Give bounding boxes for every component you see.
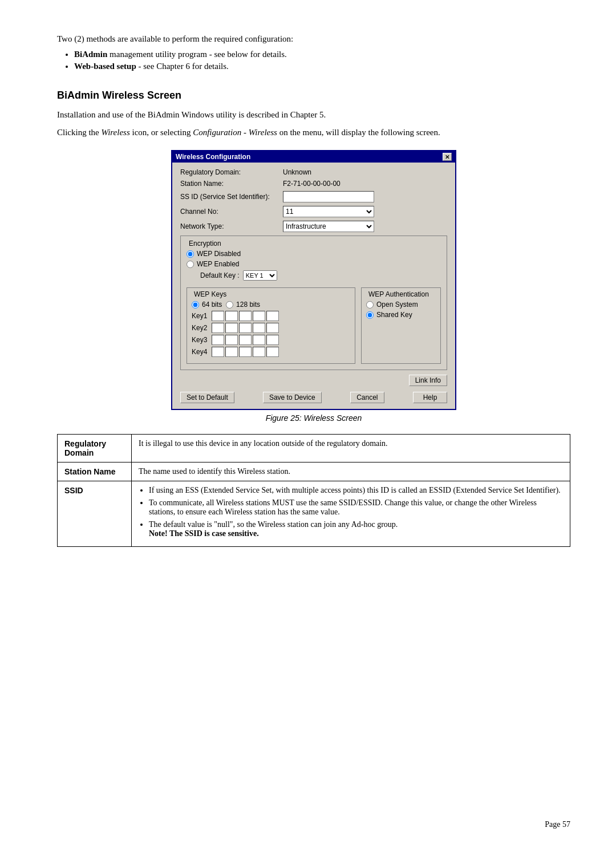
station-content: The name used to identify this Wireless … — [132, 462, 570, 481]
wep-enabled-radio[interactable] — [187, 261, 194, 268]
open-system-row: Open System — [366, 301, 436, 309]
key2-row: Key2 — [192, 323, 350, 333]
regulatory-content: It is illegal to use this device in any … — [132, 435, 570, 462]
ssid-content: If using an ESS (Extended Service Set, w… — [132, 481, 570, 547]
encryption-legend: Encryption — [187, 240, 441, 248]
shared-key-row: Shared Key — [366, 311, 436, 319]
key4-box5[interactable] — [266, 347, 279, 357]
info-table: RegulatoryDomain It is illegal to use th… — [57, 434, 570, 547]
dialog-body: Regulatory Domain: Unknown Station Name:… — [172, 163, 455, 409]
key1-box1[interactable] — [212, 311, 224, 321]
key4-box4[interactable] — [253, 347, 265, 357]
dialog-wrapper: Wireless Configuration ✕ Regulatory Doma… — [57, 150, 570, 410]
bits64-label: 64 bits — [202, 301, 222, 309]
regulatory-domain-label: Regulatory Domain: — [180, 168, 283, 176]
regulatory-domain-row: Regulatory Domain: Unknown — [180, 168, 447, 176]
bits128-radio[interactable] — [226, 301, 233, 309]
network-type-label: Network Type: — [180, 222, 283, 230]
ssid-bullet-1: If using an ESS (Extended Service Set, w… — [149, 486, 563, 495]
wep-disabled-radio[interactable] — [187, 250, 194, 258]
default-key-row: Default Key : KEY 1 — [187, 270, 277, 281]
wep-auth-group: WEP Authentication Open System Shared Ke… — [361, 287, 441, 364]
key2-label: Key2 — [192, 324, 212, 332]
cancel-button[interactable]: Cancel — [350, 392, 384, 403]
set-default-button[interactable]: Set to Default — [180, 392, 234, 403]
key1-box5[interactable] — [266, 311, 279, 321]
ssid-row: SS ID (Service Set Identifier): — [180, 191, 447, 202]
table-row-station: Station Name The name used to identify t… — [58, 462, 570, 481]
table-row-ssid: SSID If using an ESS (Extended Service S… — [58, 481, 570, 547]
section-para2: Clicking the Wireless icon, or selecting… — [57, 126, 570, 139]
station-name-label: Station Name: — [180, 180, 283, 188]
figure-caption: Figure 25: Wireless Screen — [57, 413, 570, 423]
key3-label: Key3 — [192, 336, 212, 344]
bits64-radio[interactable] — [192, 301, 199, 309]
dialog-titlebar: Wireless Configuration ✕ — [172, 151, 455, 163]
key4-row: Key4 — [192, 347, 350, 357]
ssid-bullet-3: The default value is "null", so the Wire… — [149, 520, 563, 538]
shared-key-radio[interactable] — [366, 311, 374, 319]
key4-box1[interactable] — [212, 347, 224, 357]
bits-row: 64 bits 128 bits — [192, 301, 350, 309]
station-name-row: Station Name: F2-71-00-00-00-00 — [180, 180, 447, 188]
regulatory-domain-value: Unknown — [283, 168, 311, 176]
section-heading: BiAdmin Wireless Screen — [57, 90, 570, 102]
key1-box3[interactable] — [239, 311, 252, 321]
key2-box2[interactable] — [225, 323, 238, 333]
key3-row: Key3 — [192, 335, 350, 345]
help-button[interactable]: Help — [413, 392, 447, 403]
open-system-radio[interactable] — [366, 301, 374, 309]
intro-bullet-list: BiAdmin management utility program - see… — [74, 50, 570, 71]
ssid-header: SSID — [58, 481, 132, 547]
link-info-button[interactable]: Link Info — [409, 375, 447, 386]
key3-box2[interactable] — [225, 335, 238, 345]
wep-keys-group: WEP Keys 64 bits 128 bits Key1 — [187, 287, 355, 364]
wep-enabled-row: WEP Enabled — [187, 260, 277, 268]
intro-paragraph: Two (2) methods are available to perform… — [57, 34, 570, 44]
encryption-group: Encryption WEP Disabled WEP Enabled Defa… — [180, 236, 447, 370]
dialog-footer: Set to Default Save to Device Cancel Hel… — [180, 392, 447, 403]
key1-box2[interactable] — [225, 311, 238, 321]
key2-box4[interactable] — [253, 323, 265, 333]
key1-box4[interactable] — [253, 311, 265, 321]
ssid-bullet-2: To communicate, all Wireless stations MU… — [149, 498, 563, 517]
key3-box5[interactable] — [266, 335, 279, 345]
key2-box1[interactable] — [212, 323, 224, 333]
key2-box5[interactable] — [266, 323, 279, 333]
channel-label: Channel No: — [180, 208, 283, 216]
key2-box3[interactable] — [239, 323, 252, 333]
ssid-input[interactable] — [283, 191, 374, 202]
wep-auth-legend: WEP Authentication — [366, 290, 436, 298]
link-info-area: Link Info — [180, 375, 447, 386]
key4-box2[interactable] — [225, 347, 238, 357]
channel-row: Channel No: 11 — [180, 206, 447, 217]
wep-enabled-label: WEP Enabled — [197, 260, 240, 268]
station-header: Station Name — [58, 462, 132, 481]
channel-select[interactable]: 11 — [283, 206, 374, 217]
save-device-button[interactable]: Save to Device — [263, 392, 322, 403]
default-key-label: Default Key : — [200, 271, 240, 279]
key3-box1[interactable] — [212, 335, 224, 345]
wep-bottom-section: WEP Keys 64 bits 128 bits Key1 — [187, 287, 441, 364]
key1-label: Key1 — [192, 312, 212, 320]
default-key-select[interactable]: KEY 1 — [243, 270, 277, 281]
regulatory-header: RegulatoryDomain — [58, 435, 132, 462]
network-type-select[interactable]: Infrastructure — [283, 221, 374, 232]
section-para1: Installation and use of the BiAdmin Wind… — [57, 108, 570, 121]
bits128-label: 128 bits — [236, 301, 260, 309]
key4-box3[interactable] — [239, 347, 252, 357]
wep-disabled-label: WEP Disabled — [197, 250, 241, 258]
network-type-row: Network Type: Infrastructure — [180, 221, 447, 232]
bullet-biadmin: BiAdmin management utility program - see… — [74, 50, 570, 59]
open-system-label: Open System — [376, 301, 418, 309]
key3-box3[interactable] — [239, 335, 252, 345]
page-number: Page 57 — [545, 820, 570, 829]
station-name-value: F2-71-00-00-00-00 — [283, 180, 341, 188]
key3-box4[interactable] — [253, 335, 265, 345]
dialog-close-button[interactable]: ✕ — [443, 153, 452, 161]
key4-label: Key4 — [192, 348, 212, 356]
wep-disabled-row: WEP Disabled — [187, 250, 441, 258]
ssid-label: SS ID (Service Set Identifier): — [180, 193, 283, 201]
bullet-web-setup: Web-based setup - see Chapter 6 for deta… — [74, 62, 570, 71]
table-row-regulatory: RegulatoryDomain It is illegal to use th… — [58, 435, 570, 462]
